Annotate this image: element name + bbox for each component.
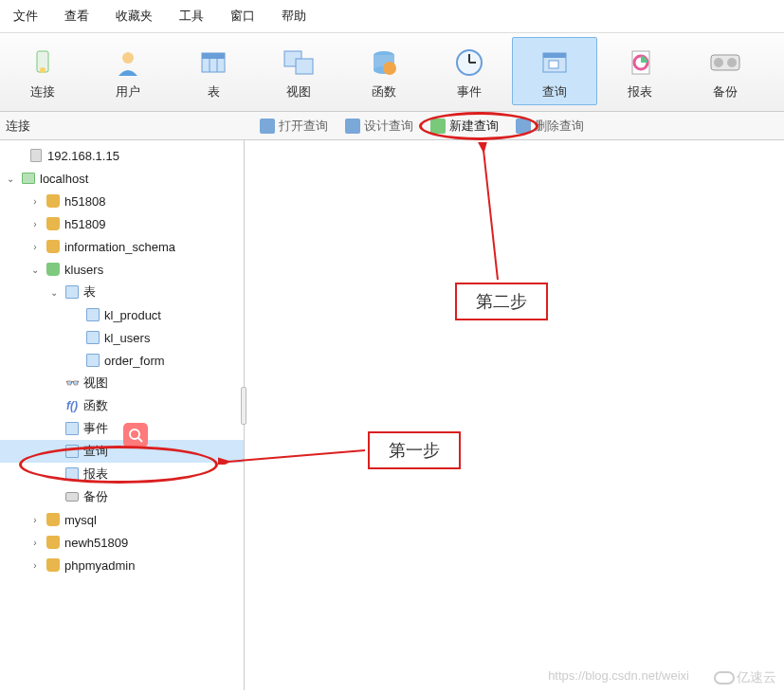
design-query-icon [345,119,360,134]
table-item[interactable]: order_form [0,349,244,372]
svg-rect-4 [202,53,225,59]
functions-node[interactable]: f()函数 [0,394,244,417]
menu-tools[interactable]: 工具 [166,4,217,28]
svg-point-12 [383,62,396,75]
table-icon [86,308,100,321]
report-icon [625,47,655,78]
table-item[interactable]: kl_users [0,326,244,349]
open-query-icon [260,119,275,134]
menu-file[interactable]: 文件 [0,4,51,28]
query-node-icon [65,445,79,458]
table-item[interactable]: kl_product [0,303,244,326]
delete-query-icon [516,119,531,134]
database-node-klusers[interactable]: ⌄klusers [0,258,244,281]
svg-point-1 [40,67,46,73]
database-icon [46,217,60,230]
database-icon [46,240,60,253]
menu-help[interactable]: 帮助 [268,4,319,28]
localhost-icon [22,173,35,184]
database-node[interactable]: ›h51809 [0,212,244,235]
event-button[interactable]: 事件 [427,37,512,105]
svg-line-25 [138,438,142,442]
svg-rect-17 [543,53,566,58]
new-query-button[interactable]: 新建查询 [425,116,504,137]
new-query-icon [430,119,446,134]
functions-icon: f() [66,399,78,412]
sub-toolbar: 连接 打开查询 设计查询 新建查询 删除查询 [0,112,784,140]
connection-panel-label: 连接 [0,118,245,135]
user-icon [113,47,143,78]
database-node[interactable]: ›information_schema [0,235,244,258]
database-node[interactable]: ›phpmyadmin [0,554,244,576]
splitter-handle[interactable] [241,387,246,425]
delete-query-button[interactable]: 删除查询 [510,116,590,137]
function-button[interactable]: 函数 [341,37,427,105]
reports-icon [65,467,79,481]
backup-button[interactable]: 备份 [683,37,768,105]
main-toolbar: 连接 用户 表 视图 函数 事件 查询 报表 备份 [0,33,784,112]
svg-point-22 [714,58,723,67]
svg-rect-8 [296,59,313,74]
connect-button[interactable]: 连接 [0,37,85,105]
open-query-button[interactable]: 打开查询 [254,116,334,137]
connection-tree[interactable]: 192.168.1.15 ⌄localhost ›h51808 ›h51809 … [0,140,245,690]
views-node[interactable]: 👓视图 [0,372,244,394]
svg-rect-18 [549,61,558,68]
svg-point-24 [130,429,139,439]
svg-point-2 [122,52,134,64]
backup-icon [709,49,741,76]
svg-point-23 [727,58,737,67]
database-node[interactable]: ›h51808 [0,190,244,212]
search-icon [123,423,148,447]
database-node[interactable]: ›mysql [0,508,244,531]
backup-node[interactable]: 备份 [0,485,244,508]
user-button[interactable]: 用户 [85,37,171,105]
view-button[interactable]: 视图 [256,37,341,105]
database-icon [46,513,60,526]
query-icon [539,47,570,78]
view-icon [283,47,315,78]
server-icon [30,149,42,162]
menu-window[interactable]: 窗口 [217,4,268,28]
table-icon [86,354,100,367]
table-icon [86,331,100,344]
tables-icon [65,285,79,299]
reports-node[interactable]: 报表 [0,463,244,485]
query-button[interactable]: 查询 [512,37,597,105]
function-icon [369,47,399,78]
connect-icon [27,47,58,78]
database-icon [46,263,60,276]
database-icon [46,558,60,572]
event-icon [454,47,484,78]
menu-view[interactable]: 查看 [51,4,102,28]
report-button[interactable]: 报表 [597,37,683,105]
database-node[interactable]: ›newh51809 [0,531,244,554]
content-pane [245,140,784,690]
menu-bar: 文件 查看 收藏夹 工具 窗口 帮助 [0,0,784,33]
design-query-button[interactable]: 设计查询 [339,116,419,137]
menu-favorites[interactable]: 收藏夹 [102,4,166,28]
events-node[interactable]: 事件 [0,417,244,440]
server-node[interactable]: 192.168.1.15 [0,144,244,167]
views-icon: 👓 [65,376,80,390]
table-button[interactable]: 表 [171,37,256,105]
query-node[interactable]: 查询 [0,440,244,463]
backup-node-icon [65,492,79,502]
database-icon [46,536,60,549]
tables-node[interactable]: ⌄表 [0,281,244,303]
table-icon [198,47,228,78]
database-icon [46,194,60,208]
events-icon [65,422,79,435]
server-node-localhost[interactable]: ⌄localhost [0,167,244,190]
